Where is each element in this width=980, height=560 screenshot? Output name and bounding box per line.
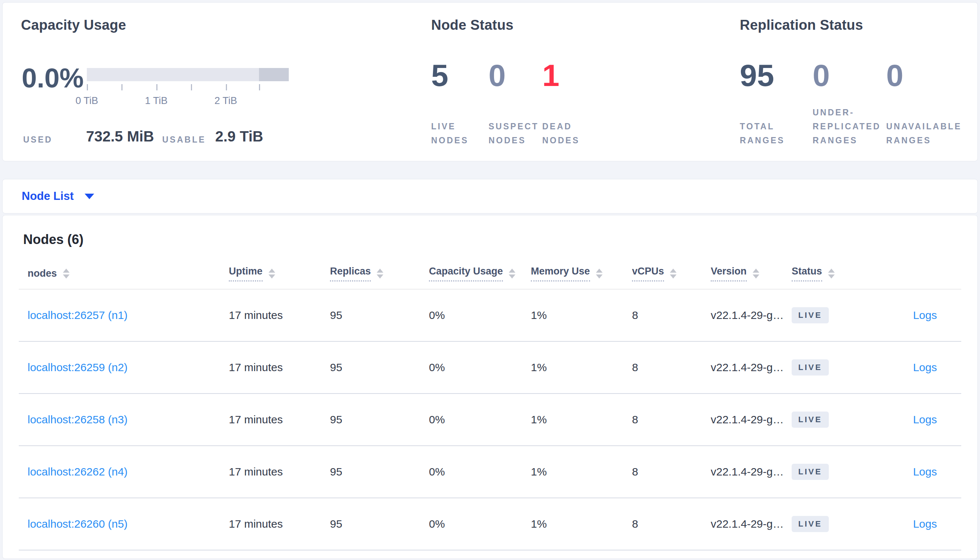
logs-link[interactable]: Logs	[913, 413, 937, 425]
nodes-panel: Nodes (6) nodesUptimeReplicasCapacity Us…	[2, 215, 978, 559]
nodes-heading: Nodes (6)	[23, 232, 977, 248]
capacity-bar: 0 TiB 1 TiB 2 TiB	[87, 68, 289, 81]
capacity-bar-tick	[87, 84, 88, 90]
logs-link[interactable]: Logs	[913, 518, 937, 530]
capacity-usage-section: Capacity Usage 0.0% 0 TiB 1 TiB 2 TiB US…	[21, 17, 315, 150]
replicas-cell: 95	[330, 361, 429, 374]
column-header-label: Capacity Usage	[429, 266, 503, 282]
total-ranges-value: 95	[740, 57, 813, 94]
version-value: v22.1.4-29-g…	[711, 361, 784, 373]
capacity-usage-cell: 0%	[429, 309, 531, 322]
status-badge: LIVE	[792, 464, 829, 480]
table-row: localhost:26257 (n1)17 minutes950%1%8v22…	[19, 290, 961, 342]
node-link[interactable]: localhost:26257 (n1)	[28, 309, 128, 321]
column-header-replicas[interactable]: Replicas	[330, 266, 429, 282]
logs-cell: Logs	[867, 518, 961, 530]
memory-use-cell: 1%	[531, 518, 632, 530]
logs-cell: Logs	[867, 413, 961, 426]
summary-panel: Capacity Usage 0.0% 0 TiB 1 TiB 2 TiB US…	[2, 2, 978, 161]
memory-use-cell: 1%	[531, 465, 632, 478]
capacity-usage-value: 0%	[429, 309, 445, 321]
live-nodes-value: 5	[431, 57, 488, 94]
column-header-uptime[interactable]: Uptime	[229, 266, 330, 282]
column-header-capacity-usage[interactable]: Capacity Usage	[429, 266, 531, 282]
vcpus-value: 8	[632, 309, 638, 321]
vcpus-value: 8	[632, 413, 638, 425]
node-status-title: Node Status	[431, 17, 711, 33]
uptime-cell: 17 minutes	[229, 465, 330, 478]
node-cell: localhost:26257 (n1)	[19, 309, 229, 322]
memory-use-cell: 1%	[531, 361, 632, 374]
node-list-dropdown-label: Node List	[22, 190, 74, 203]
version-cell: v22.1.4-29-g…	[711, 413, 792, 426]
total-ranges-label: TOTAL RANGES	[740, 119, 813, 147]
column-header-memory-use[interactable]: Memory Use	[531, 266, 632, 282]
sort-arrows-icon	[596, 268, 602, 278]
status-badge: LIVE	[792, 307, 829, 323]
node-status-values: 501	[431, 57, 605, 94]
vcpus-value: 8	[632, 518, 638, 530]
memory-use-value: 1%	[531, 361, 547, 373]
table-row: localhost:26262 (n4)17 minutes950%1%8v22…	[19, 446, 961, 498]
table-row: localhost:26260 (n5)17 minutes950%1%8v22…	[19, 498, 961, 550]
sort-arrows-icon	[753, 268, 759, 278]
column-header-status[interactable]: Status	[792, 266, 867, 282]
capacity-usage-cell: 0%	[429, 465, 531, 478]
capacity-meta: USED 732.5 MiB USABLE 2.9 TiB	[23, 128, 303, 149]
view-selector-bar: Node List	[2, 179, 978, 213]
version-cell: v22.1.4-29-g…	[711, 465, 792, 478]
logs-cell: Logs	[867, 361, 961, 374]
table-row: localhost:26259 (n2)17 minutes950%1%8v22…	[19, 342, 961, 394]
status-badge: LIVE	[792, 359, 829, 375]
replication-values: 9500	[740, 57, 973, 94]
uptime-value: 17 minutes	[229, 309, 283, 321]
status-cell: LIVE	[792, 412, 867, 428]
uptime-cell: 17 minutes	[229, 361, 330, 374]
uptime-value: 17 minutes	[229, 518, 283, 530]
logs-cell: Logs	[867, 309, 961, 322]
node-list-dropdown[interactable]: Node List	[22, 190, 94, 203]
memory-use-value: 1%	[531, 518, 547, 530]
capacity-usage-value: 0%	[429, 361, 445, 373]
replicas-cell: 95	[330, 309, 429, 322]
column-header-nodes[interactable]: nodes	[19, 268, 229, 279]
capacity-usage-cell: 0%	[429, 361, 531, 374]
capacity-usage-cell: 0%	[429, 518, 531, 530]
column-header-version[interactable]: Version	[711, 266, 792, 282]
nodes-table: nodesUptimeReplicasCapacity UsageMemory …	[19, 258, 961, 550]
replication-status-title: Replication Status	[740, 17, 979, 33]
table-body: localhost:26257 (n1)17 minutes950%1%8v22…	[19, 290, 961, 550]
column-header-vcpus[interactable]: vCPUs	[632, 266, 711, 282]
node-link[interactable]: localhost:26258 (n3)	[28, 413, 128, 425]
cluster-overview-page: Capacity Usage 0.0% 0 TiB 1 TiB 2 TiB US…	[0, 0, 980, 560]
replication-status-section: Replication Status 9500 TOTAL RANGESUNDE…	[740, 17, 979, 150]
column-header-label: Replicas	[330, 266, 371, 282]
capacity-usage-value: 0%	[429, 518, 445, 530]
under-replicated-ranges-value: 0	[813, 57, 886, 94]
capacity-tick-label: 0 TiB	[75, 95, 98, 107]
capacity-tick-label: 2 TiB	[214, 95, 237, 107]
table-header-row: nodesUptimeReplicasCapacity UsageMemory …	[19, 258, 961, 290]
logs-link[interactable]: Logs	[913, 309, 937, 321]
memory-use-value: 1%	[531, 465, 547, 478]
node-link[interactable]: localhost:26259 (n2)	[28, 361, 128, 373]
node-link[interactable]: localhost:26260 (n5)	[28, 518, 128, 530]
status-cell: LIVE	[792, 307, 867, 323]
node-link[interactable]: localhost:26262 (n4)	[28, 465, 128, 478]
logs-link[interactable]: Logs	[913, 465, 937, 478]
logs-link[interactable]: Logs	[913, 361, 937, 373]
used-value: 732.5 MiB	[86, 128, 154, 145]
unavailable-ranges-label: UNAVAILABLE RANGES	[886, 119, 973, 147]
usable-value: 2.9 TiB	[215, 128, 263, 145]
capacity-usage-cell: 0%	[429, 413, 531, 426]
version-value: v22.1.4-29-g…	[711, 413, 784, 425]
vcpus-cell: 8	[632, 413, 711, 426]
sort-arrows-icon	[670, 268, 677, 278]
capacity-bar-tick	[226, 84, 227, 90]
vcpus-cell: 8	[632, 361, 711, 374]
vcpus-value: 8	[632, 465, 638, 478]
memory-use-cell: 1%	[531, 309, 632, 322]
replicas-cell: 95	[330, 413, 429, 426]
used-label: USED	[23, 135, 53, 145]
sort-arrows-icon	[63, 268, 70, 278]
